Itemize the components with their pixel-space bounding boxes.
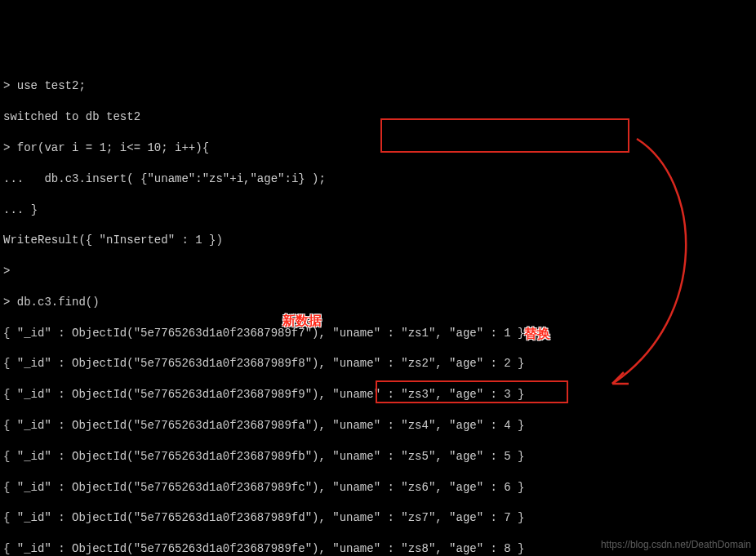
cont-line: ... } — [3, 202, 753, 218]
output-line: switched to db test2 — [3, 109, 753, 125]
result-line: { "_id" : ObjectId("5e7765263d1a0f236879… — [3, 326, 753, 341]
cont-line: ... db.c3.insert( {"uname":"zs"+i,"age":… — [3, 171, 753, 187]
prompt-line: > db.c3.find() — [3, 295, 753, 310]
result-line: { "_id" : ObjectId("5e7765263d1a0f236879… — [3, 510, 753, 526]
result-line: { "_id" : ObjectId("5e7765263d1a0f236879… — [3, 387, 753, 403]
result-line: { "_id" : ObjectId("5e7765263d1a0f236879… — [3, 449, 753, 465]
terminal-output[interactable]: > use test2; switched to db test2 > for(… — [3, 64, 753, 556]
prompt-line: > for(var i = 1; i<= 10; i++){ — [3, 140, 753, 156]
prompt-line: > — [3, 264, 753, 279]
result-line: { "_id" : ObjectId("5e7765263d1a0f236879… — [3, 418, 753, 434]
output-line: WriteResult({ "nInserted" : 1 }) — [3, 233, 753, 248]
result-line: { "_id" : ObjectId("5e7765263d1a0f236879… — [3, 480, 753, 496]
result-line: { "_id" : ObjectId("5e7765263d1a0f236879… — [3, 356, 753, 371]
prompt-line: > use test2; — [3, 78, 753, 94]
result-line: { "_id" : ObjectId("5e7765263d1a0f236879… — [3, 541, 753, 556]
